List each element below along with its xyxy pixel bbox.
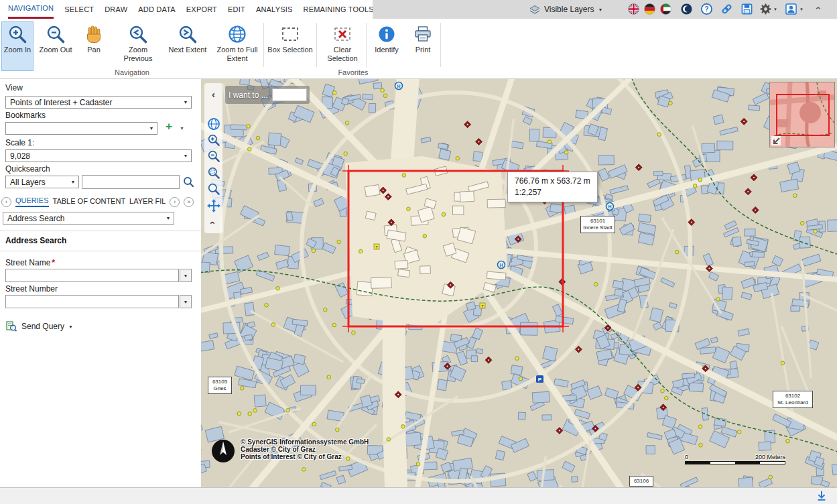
search-icon[interactable] (183, 176, 194, 188)
tool-pan[interactable]: Pan (78, 21, 110, 71)
overview-map[interactable] (769, 82, 835, 147)
north-arrow-compass-icon (210, 438, 236, 464)
view-select[interactable]: Points of Interest + Cadaster ▼ (5, 96, 192, 109)
menu-tab-add-data[interactable]: ADD DATA (138, 0, 176, 19)
map-pan-move-icon[interactable] (206, 198, 220, 212)
language-arabic-flag-icon[interactable] (660, 3, 671, 15)
menu-tab-bar: NAVIGATION SELECT DRAW ADD DATA EXPORT E… (0, 0, 374, 19)
quicksearch-input[interactable] (82, 175, 180, 189)
help-icon[interactable]: ? (701, 3, 712, 15)
menu-tab-analysis[interactable]: ANALYSIS (256, 0, 293, 19)
topbar-right-section: Visible Layers ▼ ? ▼ ▼ ‹ (373, 0, 837, 19)
query-type-select[interactable]: Address Search ▼ (3, 212, 174, 225)
left-panel: View Points of Interest + Cadaster ▼ Boo… (0, 79, 201, 487)
i-want-to-panel: I want to ... (225, 86, 310, 104)
scale-select[interactable]: 9,028 ▼ (5, 149, 192, 162)
ribbon-group-navigation: Navigation (95, 68, 169, 76)
svg-text:H: H (608, 204, 611, 209)
collapse-sidebar-icon[interactable]: ‹ (206, 87, 220, 101)
i-want-to-label: I want to ... (229, 90, 268, 100)
tool-label: Identify (375, 46, 398, 54)
overview-extent-rectangle[interactable] (776, 94, 830, 136)
measure-tooltip: 766.76 m x 563.72 m 1:2,257 (507, 172, 598, 202)
map-zoom-extent-icon[interactable] (206, 182, 220, 196)
bookmarks-select[interactable]: ▼ (5, 122, 157, 135)
info-icon (377, 24, 397, 44)
user-account-icon[interactable] (785, 3, 797, 15)
quicksearch-layer-value: All Layers (6, 176, 68, 188)
svg-text:H: H (499, 263, 503, 267)
map-zoom-window-icon[interactable] (206, 166, 220, 180)
tool-box-selection[interactable]: Box Selection (266, 21, 314, 71)
tool-print[interactable]: Print (409, 21, 436, 71)
measure-dimensions: 766.76 m x 563.72 m (515, 176, 590, 187)
tab-layer-filter[interactable]: LAYER FIL (129, 197, 166, 206)
menu-tab-remaining-tools[interactable]: REMAINING TOOLS (304, 0, 374, 19)
user-caret-icon[interactable]: ▼ (799, 7, 803, 11)
street-number-combo[interactable]: ▼ (5, 295, 192, 308)
tool-clear-selection[interactable]: Clear Selection (321, 21, 364, 71)
menu-tab-navigation[interactable]: NAVIGATION (8, 0, 54, 19)
tool-zoom-full-extent[interactable]: Zoom to Full Extent (213, 21, 261, 71)
view-label: View (5, 83, 23, 92)
language-english-flag-icon[interactable] (628, 3, 639, 15)
tab-table-of-content[interactable]: TABLE OF CONTENT (53, 197, 126, 206)
overview-collapse-icon[interactable] (771, 136, 781, 145)
caret-down-icon: ▼ (163, 212, 174, 224)
tool-identify[interactable]: Identify (370, 21, 403, 71)
street-number-label: Street Number (5, 284, 58, 294)
tool-zoom-out[interactable]: Zoom Out (37, 21, 74, 71)
street-name-input[interactable] (5, 269, 179, 282)
settings-caret-icon[interactable]: ▼ (773, 7, 777, 11)
ribbon-separator (263, 23, 264, 67)
caret-down-icon[interactable]: ▼ (180, 295, 192, 308)
scale-bar: 0 200 Meters (685, 454, 785, 464)
quicksearch-layer-select[interactable]: All Layers ▼ (5, 176, 79, 188)
i-want-to-input[interactable] (272, 88, 307, 101)
tool-zoom-previous[interactable]: Zoom Previous (118, 21, 158, 71)
menu-tab-export[interactable]: EXPORT (186, 0, 217, 19)
bottom-status-bar (0, 487, 837, 504)
map-canvas[interactable]: HHHPTT ‹ ‹ I want to ... (201, 79, 837, 487)
map-zoom-out-icon[interactable] (206, 149, 220, 163)
collapse-ribbon-icon[interactable]: ‹ (814, 7, 824, 10)
tab-queries[interactable]: QUERIES (15, 196, 49, 207)
menu-tab-draw[interactable]: DRAW (105, 0, 127, 19)
tab-scroll-right-icon[interactable]: › (170, 197, 180, 207)
view-select-value: Points of Interest + Cadaster (6, 97, 180, 108)
menu-tab-select[interactable]: SELECT (64, 0, 94, 19)
next-extent-icon (178, 24, 198, 44)
bookmark-options-caret-icon[interactable]: ▼ (180, 126, 184, 131)
menu-tab-edit[interactable]: EDIT (228, 0, 245, 19)
caret-down-icon[interactable]: ▼ (180, 269, 192, 282)
caret-down-icon: ▼ (146, 123, 157, 134)
send-query-caret-icon[interactable]: ▼ (68, 324, 73, 329)
language-german-flag-icon[interactable] (644, 3, 655, 15)
map-zoom-in-icon[interactable] (206, 133, 220, 147)
map-side-toolbar: ‹ ‹ (204, 83, 222, 233)
zoom-out-icon (46, 24, 66, 44)
query-type-value: Address Search (3, 212, 163, 224)
street-name-combo[interactable]: ▼ (5, 269, 192, 282)
map-globe-icon[interactable] (206, 117, 220, 131)
download-icon[interactable] (816, 490, 828, 502)
send-query-button[interactable]: Send Query ▼ (5, 320, 73, 332)
tab-overflow-icon[interactable]: » (184, 197, 194, 207)
save-icon[interactable] (741, 3, 753, 15)
scale-label: Scale 1: (5, 138, 34, 147)
tab-scroll-left-icon[interactable]: ‹ (1, 197, 11, 207)
zoom-in-icon (7, 24, 27, 44)
street-number-input[interactable] (5, 295, 179, 308)
tool-label: Zoom Previous (119, 46, 157, 63)
svg-text:H: H (397, 84, 400, 88)
visible-layers-dropdown[interactable]: Visible Layers ▼ (529, 0, 602, 19)
toolbar-collapse-up-icon[interactable]: ‹ (206, 216, 220, 230)
box-selection-icon (280, 24, 300, 44)
settings-gear-icon[interactable] (760, 3, 771, 15)
night-mode-moon-icon[interactable] (681, 3, 692, 15)
share-link-icon[interactable] (721, 3, 732, 15)
tool-zoom-in[interactable]: Zoom In (1, 21, 34, 71)
add-bookmark-button[interactable]: + (163, 121, 175, 133)
quicksearch-label: Quicksearch (5, 164, 50, 174)
tool-next-extent[interactable]: Next Extent (166, 21, 210, 71)
